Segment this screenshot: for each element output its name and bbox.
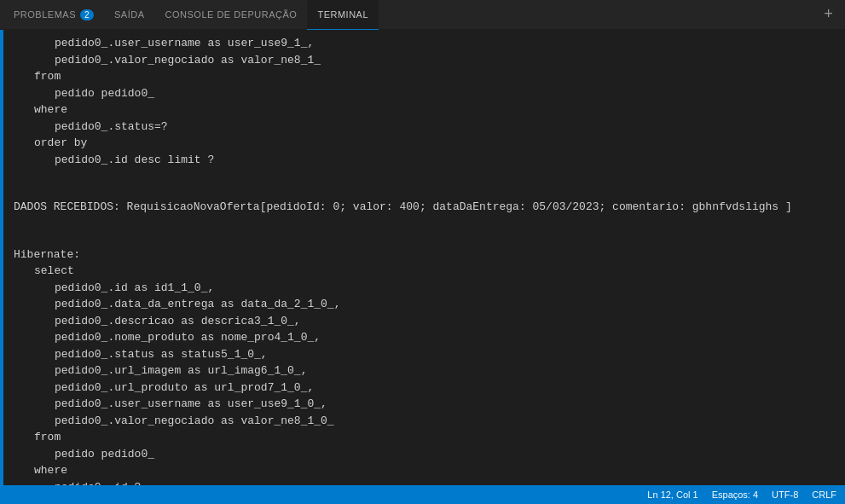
add-tab-button[interactable]: +	[815, 6, 842, 23]
hib-field-2: pedido0_.descricao as descrica3_1_0_,	[14, 313, 836, 330]
terminal-wrapper: pedido0_.user_username as user_use9_1_, …	[0, 30, 845, 485]
hib-field-1: pedido0_.data_da_entrega as data_da_2_1_…	[14, 296, 836, 313]
line-2: pedido0_.valor_negociado as valor_ne8_1_	[14, 52, 836, 69]
right-scrollbar[interactable]	[836, 30, 845, 485]
dados-line: DADOS RECEBIDOS: RequisicaoNovaOferta[pe…	[14, 199, 836, 216]
hib-field-7: pedido0_.user_username as user_use9_1_0_…	[14, 396, 836, 413]
hib-field-0: pedido0_.id as id1_1_0_,	[14, 280, 836, 297]
tab-bar: PROBLEMAS 2 SAÍDA CONSOLE DE DEPURAÇÃO T…	[0, 0, 845, 30]
hib-field-6: pedido0_.url_produto as url_prod7_1_0_,	[14, 379, 836, 397]
problems-badge: 2	[80, 9, 94, 20]
line-table-1: pedido pedido0_	[14, 85, 836, 102]
status-line-ending: CRLF	[812, 490, 836, 500]
tab-problems[interactable]: PROBLEMAS 2	[3, 0, 104, 30]
tab-console-label: CONSOLE DE DEPURAÇÃO	[165, 9, 298, 20]
from-table-2: pedido pedido0_	[14, 446, 836, 463]
status-position: Ln 12, Col 1	[647, 490, 697, 500]
hib-field-8: pedido0_.valor_negociado as valor_ne8_1_…	[14, 413, 836, 430]
hibernate-select: select	[14, 263, 836, 280]
line-status: pedido0_.status=?	[14, 119, 836, 136]
from-label-2: from	[14, 429, 836, 446]
tab-saida-label: SAÍDA	[114, 9, 145, 20]
line-where-1: where	[14, 101, 836, 119]
status-spaces: Espaços: 4	[712, 490, 758, 500]
hib-field-4: pedido0_.status as status5_1_0_,	[14, 346, 836, 363]
hibernate-label: Hibernate:	[14, 246, 836, 264]
spacer-3	[14, 223, 836, 235]
spacer-2	[14, 180, 836, 192]
terminal-content[interactable]: pedido0_.user_username as user_use9_1_, …	[3, 30, 836, 485]
spacer-1	[14, 168, 836, 180]
where-label-2: where	[14, 462, 836, 479]
status-encoding: UTF-8	[772, 490, 798, 500]
tab-console[interactable]: CONSOLE DE DEPURAÇÃO	[155, 0, 308, 30]
tab-terminal-label: TERMINAL	[317, 9, 368, 20]
tab-problems-label: PROBLEMAS	[14, 9, 76, 20]
line-limit: pedido0_.id desc limit ?	[14, 152, 836, 169]
line-1: pedido0_.user_username as user_use9_1_,	[14, 35, 836, 52]
tab-saida[interactable]: SAÍDA	[104, 0, 155, 30]
where-condition-2: pedido0_.id=?	[14, 479, 836, 486]
spacer-4	[14, 235, 836, 246]
line-from-1: from	[14, 68, 836, 85]
hib-field-5: pedido0_.url_imagem as url_imag6_1_0_,	[14, 362, 836, 379]
hib-field-3: pedido0_.nome_produto as nome_pro4_1_0_,	[14, 329, 836, 346]
tab-terminal[interactable]: TERMINAL	[307, 0, 379, 30]
line-orderby: order by	[14, 135, 836, 152]
status-bar: Ln 12, Col 1 Espaços: 4 UTF-8 CRLF	[0, 485, 845, 504]
